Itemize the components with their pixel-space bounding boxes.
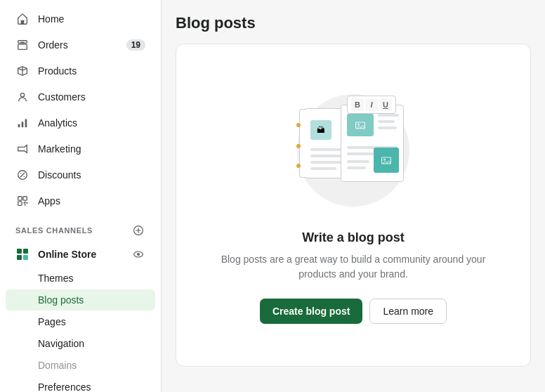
illus-doc: B I U xyxy=(341,105,404,182)
sidebar-item-orders[interactable]: Orders 19 xyxy=(6,32,155,58)
sidebar-item-orders-label: Orders xyxy=(38,39,68,51)
sidebar-item-apps-label: Apps xyxy=(38,195,60,207)
svg-rect-6 xyxy=(25,119,27,128)
learn-more-button[interactable]: Learn more xyxy=(369,299,447,324)
notebook-image xyxy=(310,120,331,140)
underline-btn: U xyxy=(379,98,392,111)
online-store-icon xyxy=(15,247,29,261)
products-icon xyxy=(15,64,29,78)
sidebar-sub-item-domains: Domains xyxy=(6,355,155,376)
svg-point-19 xyxy=(357,123,360,125)
svg-point-21 xyxy=(383,158,386,160)
blog-posts-card: B I U xyxy=(176,44,531,367)
svg-rect-10 xyxy=(18,202,22,205)
svg-point-3 xyxy=(20,93,24,97)
empty-state-title: Write a blog post xyxy=(302,230,405,245)
toolbar-strip: B I U xyxy=(347,96,396,114)
sidebar-item-home[interactable]: Home xyxy=(6,6,155,32)
main-content: Blog posts xyxy=(162,0,545,392)
eye-icon[interactable] xyxy=(131,247,145,261)
customers-icon xyxy=(15,90,29,104)
sidebar-item-home-label: Home xyxy=(38,13,64,25)
orders-icon xyxy=(15,38,29,52)
svg-rect-0 xyxy=(21,20,25,24)
sidebar-sub-item-pages[interactable]: Pages xyxy=(6,311,155,332)
doc-line-7 xyxy=(347,166,366,169)
svg-rect-8 xyxy=(18,197,22,200)
sidebar-sub-item-navigation[interactable]: Navigation xyxy=(6,333,155,354)
add-sales-channel-icon[interactable] xyxy=(131,223,145,237)
binding-dot-2 xyxy=(296,144,301,148)
binding-dot-3 xyxy=(296,164,301,168)
marketing-icon xyxy=(15,142,29,156)
svg-rect-9 xyxy=(23,197,27,200)
svg-point-17 xyxy=(137,253,140,256)
online-store-label: Online Store xyxy=(38,249,96,260)
doc-bottom-lines xyxy=(347,160,369,173)
empty-state: B I U xyxy=(192,53,515,358)
sidebar-item-apps[interactable]: Apps xyxy=(6,188,155,214)
sidebar-sub-item-themes[interactable]: Themes xyxy=(6,268,155,289)
doc-bottom-image xyxy=(374,148,399,173)
svg-rect-15 xyxy=(23,255,28,260)
doc-top-image xyxy=(347,114,374,136)
doc-line-6 xyxy=(347,160,369,163)
notebook-line-4 xyxy=(310,167,336,170)
page-title: Blog posts xyxy=(176,14,531,32)
sidebar-item-analytics[interactable]: Analytics xyxy=(6,110,155,136)
sales-channels-section: SALES CHANNELS xyxy=(6,216,155,240)
empty-state-description: Blog posts are a great way to build a co… xyxy=(220,252,487,282)
sidebar-item-marketing[interactable]: Marketing xyxy=(6,136,155,162)
sidebar-item-customers-label: Customers xyxy=(38,91,86,103)
analytics-icon xyxy=(15,116,29,130)
sidebar-item-products-label: Products xyxy=(38,65,77,77)
svg-rect-2 xyxy=(18,44,27,49)
sidebar-item-products[interactable]: Products xyxy=(6,58,155,84)
sidebar-sub-item-preferences[interactable]: Preferences xyxy=(6,377,155,392)
svg-rect-12 xyxy=(17,249,22,254)
apps-icon xyxy=(15,194,29,208)
discounts-icon xyxy=(15,168,29,182)
svg-rect-5 xyxy=(22,122,24,127)
doc-line-1 xyxy=(378,114,399,117)
sidebar-item-customers[interactable]: Customers xyxy=(6,84,155,110)
svg-rect-14 xyxy=(17,255,22,260)
sidebar-item-discounts-label: Discounts xyxy=(38,169,81,181)
doc-top-lines xyxy=(378,114,399,133)
doc-line-2 xyxy=(378,120,395,123)
italic-btn: I xyxy=(365,98,378,111)
binding-dot-1 xyxy=(296,123,301,127)
sidebar-item-discounts[interactable]: Discounts xyxy=(6,162,155,188)
online-store-item[interactable]: Online Store xyxy=(6,242,155,267)
empty-state-actions: Create blog post Learn more xyxy=(260,299,447,324)
sales-channels-label: SALES CHANNELS xyxy=(15,226,131,235)
svg-rect-13 xyxy=(23,249,28,254)
svg-rect-4 xyxy=(18,124,20,128)
create-blog-post-button[interactable]: Create blog post xyxy=(260,299,362,324)
sidebar: Home Orders 19 Products xyxy=(0,0,162,392)
sidebar-item-marketing-label: Marketing xyxy=(38,143,81,155)
sidebar-sub-item-blog-posts[interactable]: Blog posts xyxy=(6,289,155,311)
sidebar-item-analytics-label: Analytics xyxy=(38,117,77,129)
blog-illustration: B I U xyxy=(290,87,416,214)
doc-line-3 xyxy=(378,126,397,129)
bold-btn: B xyxy=(351,98,364,111)
home-icon xyxy=(15,12,29,26)
orders-badge: 19 xyxy=(126,39,145,51)
